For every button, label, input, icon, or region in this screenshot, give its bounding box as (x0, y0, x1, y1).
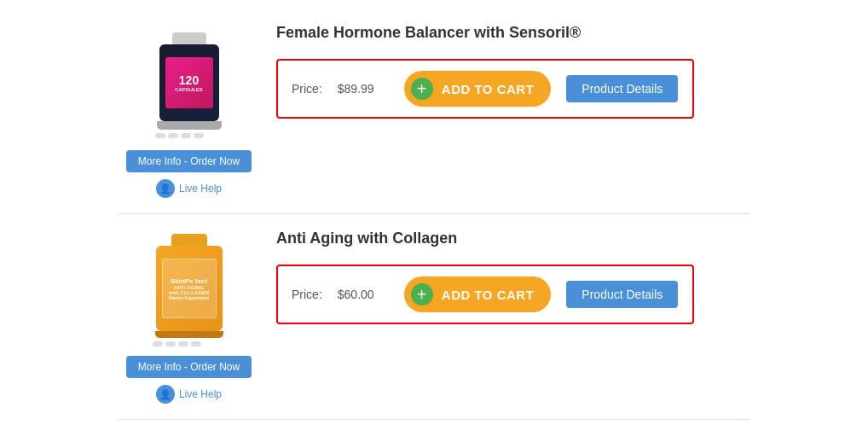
product-item-2: SkinPe fect ANTI AGING with COLLAGEN Die… (119, 214, 749, 420)
add-to-cart-button-1[interactable]: + ADD TO CART (404, 71, 552, 107)
bottle-body: 120 CAPSULES (159, 44, 219, 121)
pill (155, 133, 165, 138)
bottle-icon-2: SkinPe fect ANTI AGING with COLLAGEN Die… (153, 234, 225, 345)
pill (191, 341, 201, 346)
plus-icon-1: + (411, 78, 433, 100)
more-info-button-1[interactable]: More Info - Order Now (126, 150, 252, 172)
bottle-label-2: SkinPe fect ANTI AGING with COLLAGEN Die… (162, 259, 217, 318)
product-name-1: Female Hormone Balancer with Sensoril® (276, 24, 749, 42)
live-help-label-2: Live Help (179, 388, 222, 400)
bottle-cap-2 (171, 234, 207, 246)
product-details-button-2[interactable]: Product Details (566, 281, 678, 308)
pill (153, 341, 163, 346)
bottle-cap (172, 32, 206, 44)
add-to-cart-button-2[interactable]: + ADD TO CART (404, 276, 552, 312)
live-help-label-1: Live Help (179, 183, 222, 195)
live-help-icon-2: 👤 (156, 385, 175, 404)
pill (178, 341, 188, 346)
pill (168, 133, 178, 138)
add-to-cart-label-1: ADD TO CART (442, 82, 535, 96)
add-to-cart-label-2: ADD TO CART (442, 288, 535, 302)
live-help-1[interactable]: 👤 Live Help (156, 179, 222, 198)
price-label-2: Price: (292, 288, 322, 301)
product-image-1: 120 CAPSULES (134, 24, 245, 143)
product-details-button-1[interactable]: Product Details (566, 75, 678, 102)
product-item-1: 120 CAPSULES More Info - Order Now 👤 (119, 9, 749, 214)
live-help-2[interactable]: 👤 Live Help (156, 385, 222, 404)
bottle-pills (155, 133, 223, 138)
pill (165, 341, 176, 346)
product-name-2: Anti Aging with Collagen (276, 230, 749, 247)
product-left-2: SkinPe fect ANTI AGING with COLLAGEN Die… (119, 230, 259, 404)
more-info-button-2[interactable]: More Info - Order Now (126, 356, 252, 378)
product-list: 120 CAPSULES More Info - Order Now 👤 (101, 0, 767, 428)
product-right-1: Female Hormone Balancer with Sensoril® P… (259, 24, 749, 119)
pill (194, 133, 204, 138)
product-image-2: SkinPe fect ANTI AGING with COLLAGEN Die… (134, 230, 245, 349)
price-value-2: $60.00 (338, 288, 389, 301)
bottle-icon-1: 120 CAPSULES (155, 32, 223, 135)
bottle-base (157, 121, 222, 130)
bottle-pills-2 (153, 341, 225, 346)
price-label-1: Price: (292, 82, 322, 96)
plus-icon-2: + (411, 283, 433, 305)
pill (181, 133, 191, 138)
price-cart-box-2: Price: $60.00 + ADD TO CART Product Deta… (276, 265, 694, 324)
price-value-1: $89.99 (338, 82, 389, 96)
product-left-1: 120 CAPSULES More Info - Order Now 👤 (119, 24, 259, 198)
bottle-label: 120 CAPSULES (165, 57, 213, 108)
live-help-icon-1: 👤 (156, 179, 175, 198)
bottle-base-2 (155, 331, 223, 338)
product-right-2: Anti Aging with Collagen Price: $60.00 +… (259, 230, 749, 324)
bottle-body-2: SkinPe fect ANTI AGING with COLLAGEN Die… (156, 246, 223, 331)
price-cart-box-1: Price: $89.99 + ADD TO CART Product Deta… (276, 59, 694, 119)
